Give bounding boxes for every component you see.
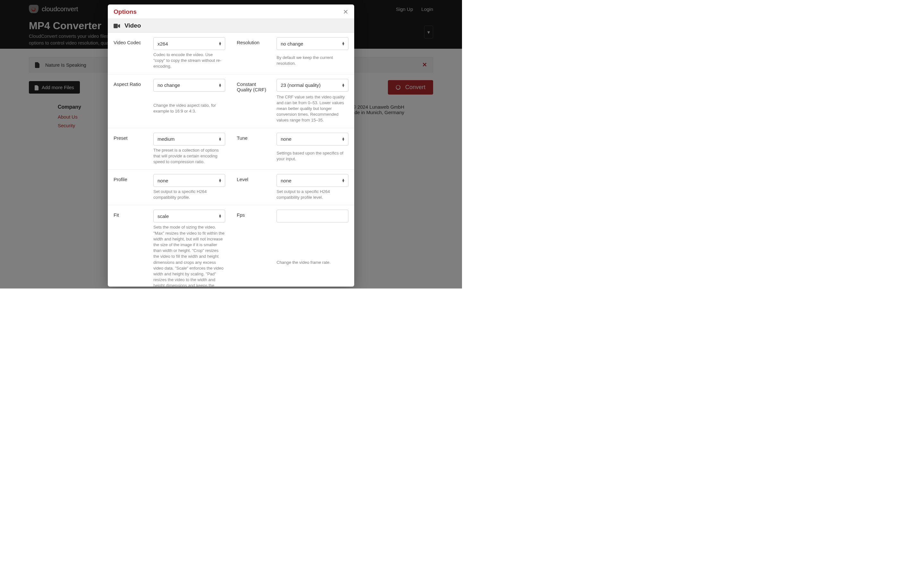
option-help: Set output to a specific H264 compatibil… bbox=[153, 189, 225, 200]
resolution-select[interactable]: no change▲▼ bbox=[276, 37, 349, 50]
select-value: none bbox=[281, 178, 291, 183]
constant-quality-crf-select[interactable]: 23 (normal quality)▲▼ bbox=[276, 79, 349, 92]
option-help: The CRF value sets the video quality and… bbox=[276, 94, 349, 123]
option-row: Video Codecx264▲▼Codec to encode the vid… bbox=[108, 33, 354, 74]
option-control: none▲▼ bbox=[276, 174, 349, 187]
option-row: Presetmedium▲▼The preset is a collection… bbox=[108, 128, 354, 170]
select-value: no change bbox=[158, 82, 180, 88]
sort-caret-icon: ▲▼ bbox=[342, 83, 345, 87]
option-help: Settings based upon the specifics of you… bbox=[276, 150, 349, 162]
select-value: none bbox=[281, 136, 291, 142]
level-select[interactable]: none▲▼ bbox=[276, 174, 349, 187]
option-control: no change▲▼ bbox=[153, 79, 225, 92]
sort-caret-icon: ▲▼ bbox=[218, 214, 222, 218]
option-control: none▲▼ bbox=[276, 133, 349, 145]
option-aspect-ratio: Aspect Rationo change▲▼Change the video … bbox=[108, 74, 231, 128]
sort-caret-icon: ▲▼ bbox=[218, 137, 222, 141]
section-title: Video bbox=[124, 22, 141, 29]
option-help: By default we keep the current resolutio… bbox=[276, 55, 349, 66]
option-label: Video Codec bbox=[113, 37, 148, 45]
section-header-video: Video bbox=[108, 19, 354, 33]
profile-select[interactable]: none▲▼ bbox=[153, 174, 225, 187]
sort-caret-icon: ▲▼ bbox=[342, 137, 345, 141]
option-label: Tune bbox=[237, 133, 271, 141]
option-help: Change the video frame rate. bbox=[276, 259, 349, 266]
option-preset: Presetmedium▲▼The preset is a collection… bbox=[108, 128, 231, 169]
option-resolution: Resolutionno change▲▼By default we keep … bbox=[231, 33, 354, 74]
fps-input[interactable] bbox=[276, 210, 349, 222]
option-help: Set output to a specific H264 compatibil… bbox=[276, 189, 349, 200]
option-control: scale▲▼ bbox=[153, 210, 225, 222]
option-control bbox=[276, 210, 349, 222]
option-label: Level bbox=[237, 174, 271, 182]
sort-caret-icon: ▲▼ bbox=[218, 83, 222, 87]
option-label: Fit bbox=[113, 210, 148, 218]
options-modal: Options ✕ Video Video Codecx264▲▼Codec t… bbox=[108, 5, 354, 287]
select-value: scale bbox=[158, 213, 169, 219]
option-help: Sets the mode of sizing the video. "Max"… bbox=[153, 224, 225, 287]
option-control: x264▲▼ bbox=[153, 37, 225, 50]
option-level: Levelnone▲▼Set output to a specific H264… bbox=[231, 169, 354, 205]
aspect-ratio-select[interactable]: no change▲▼ bbox=[153, 79, 225, 92]
option-constant-quality-crf: Constant Quality (CRF)23 (normal quality… bbox=[231, 74, 354, 128]
options-list: Video Codecx264▲▼Codec to encode the vid… bbox=[108, 33, 354, 287]
fit-select[interactable]: scale▲▼ bbox=[153, 210, 225, 222]
option-control: none▲▼ bbox=[153, 174, 225, 187]
option-video-codec: Video Codecx264▲▼Codec to encode the vid… bbox=[108, 33, 231, 74]
svg-rect-0 bbox=[113, 24, 118, 28]
tune-select[interactable]: none▲▼ bbox=[276, 133, 349, 145]
video-camera-icon bbox=[113, 22, 120, 29]
option-label: Constant Quality (CRF) bbox=[237, 79, 271, 92]
option-help: Change the video aspect ratio, for examp… bbox=[153, 103, 225, 114]
option-fit: Fitscale▲▼Sets the mode of sizing the vi… bbox=[108, 205, 231, 287]
sort-caret-icon: ▲▼ bbox=[342, 179, 345, 182]
option-label: Aspect Ratio bbox=[113, 79, 148, 87]
sort-caret-icon: ▲▼ bbox=[342, 42, 345, 45]
modal-title: Options bbox=[113, 8, 137, 15]
modal-close-button[interactable]: ✕ bbox=[343, 9, 349, 15]
option-help: The preset is a collection of options th… bbox=[153, 147, 225, 165]
option-label: Preset bbox=[113, 133, 148, 141]
select-value: x264 bbox=[158, 41, 168, 47]
sort-caret-icon: ▲▼ bbox=[218, 42, 222, 45]
option-help: Codec to encode the video. Use "copy" to… bbox=[153, 52, 225, 69]
option-row: Fitscale▲▼Sets the mode of sizing the vi… bbox=[108, 205, 354, 287]
preset-select[interactable]: medium▲▼ bbox=[153, 133, 225, 145]
option-tune: Tunenone▲▼Settings based upon the specif… bbox=[231, 128, 354, 169]
option-control: 23 (normal quality)▲▼ bbox=[276, 79, 349, 92]
select-value: medium bbox=[158, 136, 174, 142]
option-fps: FpsChange the video frame rate. bbox=[231, 205, 354, 287]
option-control: no change▲▼ bbox=[276, 37, 349, 50]
option-label: Profile bbox=[113, 174, 148, 182]
select-value: 23 (normal quality) bbox=[281, 82, 320, 88]
select-value: none bbox=[158, 178, 168, 183]
sort-caret-icon: ▲▼ bbox=[218, 179, 222, 182]
select-value: no change bbox=[281, 41, 303, 47]
option-profile: Profilenone▲▼Set output to a specific H2… bbox=[108, 169, 231, 205]
option-label: Resolution bbox=[237, 37, 271, 45]
option-row: Aspect Rationo change▲▼Change the video … bbox=[108, 74, 354, 128]
modal-header: Options ✕ bbox=[108, 5, 354, 19]
video-codec-select[interactable]: x264▲▼ bbox=[153, 37, 225, 50]
option-control: medium▲▼ bbox=[153, 133, 225, 145]
option-label: Fps bbox=[237, 210, 271, 218]
option-row: Profilenone▲▼Set output to a specific H2… bbox=[108, 169, 354, 205]
